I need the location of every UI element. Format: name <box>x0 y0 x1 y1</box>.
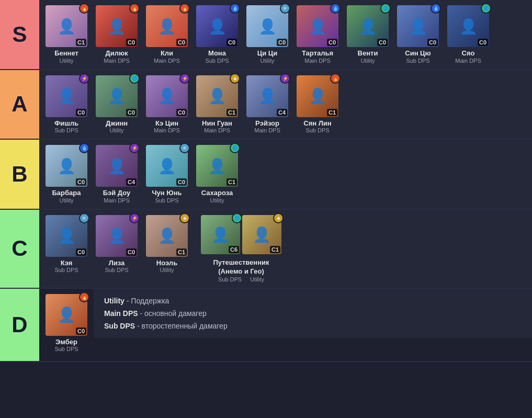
character-card-беннет[interactable]: 👤🔥C1БеннетUtility <box>43 5 89 64</box>
character-role: Main DPS <box>254 127 280 133</box>
constellation-badge: C4 <box>126 178 137 186</box>
character-card-барбара[interactable]: 👤💧C0БарбараUtility <box>43 145 89 204</box>
constellation-badge: C0 <box>76 109 86 116</box>
constellation-badge: C0 <box>176 178 187 186</box>
character-card-тарталья[interactable]: 👤💧C0ТартальяMain DPS <box>295 5 341 64</box>
tier-row-s: S 👤🔥C1БеннетUtility👤🔥C0ДилюкMain DPS👤🔥C0… <box>0 0 532 70</box>
anemo-icon: 🌀 <box>129 73 140 84</box>
electro-icon: ⚡ <box>79 73 89 84</box>
character-card-фишль[interactable]: 👤⚡C0ФишльSub DPS <box>43 75 89 134</box>
character-name: Дилюк <box>105 49 128 58</box>
tier-row-a: A 👤⚡C0ФишльSub DPS👤🌀C0ДжиннUtility👤⚡C0Кэ… <box>0 70 532 140</box>
character-card-эмбер[interactable]: 👤🔥C0ЭмберSub DPS <box>43 294 89 353</box>
constellation-badge: C0 <box>176 109 187 116</box>
constellation-badge: C0 <box>76 248 86 256</box>
character-name: Сяо <box>462 49 475 58</box>
traveler-avatars: 👤🌀C6👤◆C1 <box>201 215 281 256</box>
character-role: Sub DPS <box>105 267 128 273</box>
character-role: Main DPS <box>455 58 481 64</box>
constellation-badge: C0 <box>126 39 137 46</box>
character-role: Utility <box>110 127 124 133</box>
character-card-кли[interactable]: 👤🔥C0КлиMain DPS <box>144 5 190 64</box>
geo-icon: ◆ <box>273 213 284 223</box>
geo-icon: ◆ <box>230 73 240 84</box>
character-card-ноэль[interactable]: 👤◆C1НоэльUtility <box>144 215 190 274</box>
traveler-card[interactable]: 👤🌀C6👤◆C1Путешественник(Анемо и Гео)Sub D… <box>194 215 288 283</box>
character-card-джинн[interactable]: 👤🌀C0ДжиннUtility <box>94 75 140 134</box>
constellation-badge: C0 <box>76 327 86 335</box>
character-role: Utility <box>261 58 275 64</box>
constellation-badge: C6 <box>229 246 239 253</box>
electro-icon: ⚡ <box>129 143 140 153</box>
character-role: Main DPS <box>304 58 331 64</box>
character-name: Бэй Доу <box>103 189 131 197</box>
character-name: Кэ Цин <box>155 119 178 128</box>
character-card-сян-лин[interactable]: 👤🔥C1Сян ЛинSub DPS <box>295 75 341 134</box>
character-card-нин-гуан[interactable]: 👤◆C1Нин ГуанMain DPS <box>194 75 240 134</box>
legend-section: Utility - ПоддержкаMain DPS - основной д… <box>94 289 532 338</box>
tier-list: S 👤🔥C1БеннетUtility👤🔥C0ДилюкMain DPS👤🔥C0… <box>0 0 532 362</box>
character-role: Utility <box>210 197 224 204</box>
tier-c-content: 👤❄C0КэяSub DPS👤⚡C0ЛизаSub DPS👤◆C1НоэльUt… <box>39 210 532 288</box>
character-name: Джинн <box>106 119 128 128</box>
character-name: Лиза <box>109 259 125 267</box>
constellation-badge: C1 <box>227 109 237 116</box>
character-card-сяо[interactable]: 👤🌀C0СяоMain DPS <box>445 5 491 64</box>
anemo-icon: 🌀 <box>380 3 391 14</box>
character-role: Utility <box>60 197 74 204</box>
character-card-син-цю[interactable]: 👤💧C0Син ЦюSub DPS <box>395 5 441 64</box>
character-name: Тарталья <box>302 49 333 58</box>
hydro-icon: 💧 <box>230 3 240 14</box>
character-card-венти[interactable]: 👤🌀C0ВентиUtility <box>345 5 391 64</box>
tier-label-s: S <box>0 0 39 69</box>
constellation-badge: C0 <box>377 39 388 46</box>
character-name: Чун Юнь <box>152 189 182 197</box>
tier-label-c: C <box>0 210 39 288</box>
electro-icon: ⚡ <box>179 73 190 84</box>
character-role: Sub DPS <box>305 127 329 133</box>
electro-icon: ⚡ <box>280 73 290 84</box>
character-card-дилюк[interactable]: 👤🔥C0ДилюкMain DPS <box>94 5 140 64</box>
character-card-ци-ци[interactable]: 👤❄C0Ци ЦиUtility <box>244 5 290 64</box>
anemo-icon: 🌀 <box>232 213 242 223</box>
hydro-icon: 💧 <box>431 3 441 14</box>
character-name: Беннет <box>54 49 78 58</box>
tier-row-b: B 👤💧C0БарбараUtility👤⚡C4Бэй ДоуMain DPS👤… <box>0 140 532 210</box>
character-card-сахароза[interactable]: 👤🌀C1СахарозаUtility <box>194 145 240 204</box>
character-name: Ци Ци <box>257 49 278 58</box>
character-role: Sub DPS <box>54 127 78 133</box>
character-role: Main DPS <box>104 197 130 204</box>
character-card-кэ-цин[interactable]: 👤⚡C0Кэ ЦинMain DPS <box>144 75 190 134</box>
character-card-бэй-доу[interactable]: 👤⚡C4Бэй ДоуMain DPS <box>94 145 140 204</box>
character-role: Sub DPS <box>155 197 178 204</box>
traveler-role-1: Sub DPS <box>218 276 242 283</box>
character-name: Сахароза <box>201 189 233 197</box>
legend-item: Utility - Поддержка <box>104 297 522 305</box>
constellation-badge: C1 <box>227 178 237 186</box>
character-card-мона[interactable]: 👤💧C0МонаSub DPS <box>194 5 240 64</box>
constellation-badge: C0 <box>478 39 488 46</box>
character-name: Син Цю <box>405 49 431 58</box>
constellation-badge: C1 <box>176 248 187 256</box>
tier-a-content: 👤⚡C0ФишльSub DPS👤🌀C0ДжиннUtility👤⚡C0Кэ Ц… <box>39 70 532 139</box>
character-name: Рэйзор <box>255 119 279 128</box>
constellation-badge: C4 <box>277 109 287 116</box>
character-name: Кэя <box>61 259 73 267</box>
constellation-badge: C1 <box>327 109 337 116</box>
character-card-рэйзор[interactable]: 👤⚡C4РэйзорMain DPS <box>244 75 290 134</box>
character-card-кэя[interactable]: 👤❄C0КэяSub DPS <box>43 215 89 274</box>
anemo-icon: 🌀 <box>230 143 240 153</box>
character-card-лиза[interactable]: 👤⚡C0ЛизаSub DPS <box>94 215 140 274</box>
character-card-чун-юнь[interactable]: 👤❄C0Чун ЮньSub DPS <box>144 145 190 204</box>
cryo-icon: ❄ <box>179 143 190 153</box>
pyro-icon: 🔥 <box>330 73 341 84</box>
character-role: Main DPS <box>154 58 180 64</box>
tier-d-chars: 👤🔥C0ЭмберSub DPS <box>39 289 94 358</box>
hydro-icon: 💧 <box>330 3 341 14</box>
constellation-badge: C0 <box>76 178 86 186</box>
character-role: Utility <box>60 58 74 64</box>
tier-b-content: 👤💧C0БарбараUtility👤⚡C4Бэй ДоуMain DPS👤❄C… <box>39 140 532 209</box>
character-name: Кли <box>161 49 173 58</box>
character-name: Фишль <box>54 119 78 128</box>
pyro-icon: 🔥 <box>79 3 89 14</box>
